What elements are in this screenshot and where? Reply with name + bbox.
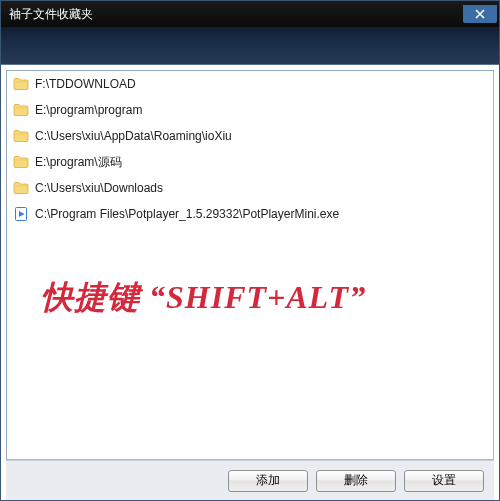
list-item[interactable]: F:\TDDOWNLOAD xyxy=(7,71,493,97)
button-bar: 添加 删除 设置 xyxy=(6,460,494,500)
folder-icon xyxy=(13,76,29,92)
add-button[interactable]: 添加 xyxy=(228,470,308,492)
list-item[interactable]: C:\Users\xiu\AppData\Roaming\ioXiu xyxy=(7,123,493,149)
content-area: F:\TDDOWNLOAD E:\program\program C:\User… xyxy=(1,65,499,500)
delete-button[interactable]: 删除 xyxy=(316,470,396,492)
list-item[interactable]: E:\program\program xyxy=(7,97,493,123)
folder-icon xyxy=(13,154,29,170)
favorites-window: 袖子文件收藏夹 F:\TDDOWNLOAD E:\program xyxy=(0,0,500,501)
close-icon xyxy=(475,9,485,19)
play-file-icon xyxy=(13,206,29,222)
folder-icon xyxy=(13,128,29,144)
item-path: C:\Users\xiu\AppData\Roaming\ioXiu xyxy=(35,129,232,143)
folder-icon xyxy=(13,180,29,196)
window-title: 袖子文件收藏夹 xyxy=(9,6,463,23)
header-banner xyxy=(1,27,499,65)
item-path: E:\program\program xyxy=(35,103,142,117)
settings-button[interactable]: 设置 xyxy=(404,470,484,492)
item-path: C:\Users\xiu\Downloads xyxy=(35,181,163,195)
close-button[interactable] xyxy=(463,5,497,23)
list-item[interactable]: C:\Users\xiu\Downloads xyxy=(7,175,493,201)
list-item[interactable]: E:\program\源码 xyxy=(7,149,493,175)
folder-icon xyxy=(13,102,29,118)
favorites-list[interactable]: F:\TDDOWNLOAD E:\program\program C:\User… xyxy=(6,70,494,460)
list-item[interactable]: C:\Program Files\Potplayer_1.5.29332\Pot… xyxy=(7,201,493,227)
titlebar: 袖子文件收藏夹 xyxy=(1,1,499,27)
item-path: E:\program\源码 xyxy=(35,154,122,171)
item-path: C:\Program Files\Potplayer_1.5.29332\Pot… xyxy=(35,207,339,221)
item-path: F:\TDDOWNLOAD xyxy=(35,77,136,91)
